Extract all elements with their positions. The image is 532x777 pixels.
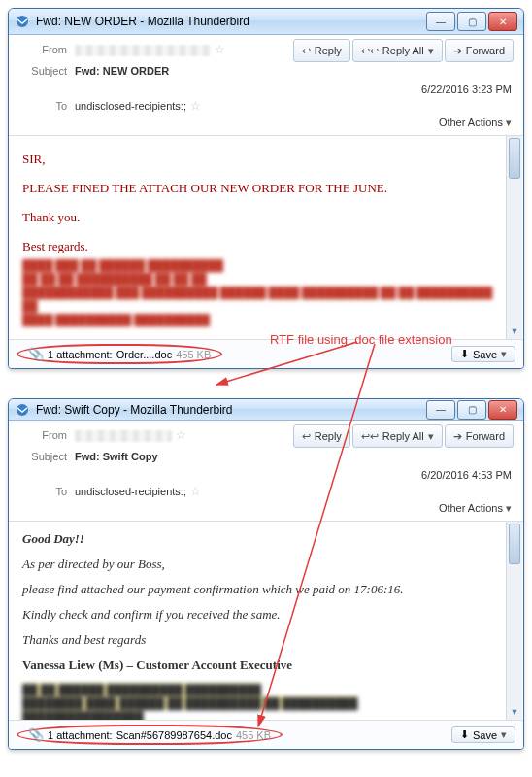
reply-icon: ↩ [302,45,311,57]
reply-button[interactable]: ↩Reply [293,39,350,62]
save-attachment-button[interactable]: ⬇ Save ▾ [451,346,515,362]
body-line: PLEASE FINED THE ATTACH OUR NEW ORDER FO… [22,181,510,196]
save-attachment-button[interactable]: ⬇ Save ▾ [451,726,515,743]
other-actions-menu[interactable]: Other Actions ▾ [18,117,514,129]
attachment-highlight: 📎 1 attachment: Order....doc 455 KB [17,344,222,364]
attachment-bar: 📎 1 attachment: Scan#56789987654.doc 455… [9,720,523,749]
maximize-button[interactable]: ▢ [457,400,486,420]
chevron-down-icon: ▾ [428,45,434,57]
from-label: From [18,44,75,55]
svg-point-3 [17,404,28,416]
body-line: Kindly check and confirm if you received… [22,607,510,623]
app-icon [15,402,30,418]
subject-value: Fwd: NEW ORDER [75,65,514,77]
message-date: 6/20/2016 4:53 PM [18,469,514,481]
attachment-filename[interactable]: Order....doc [116,349,172,360]
forward-button[interactable]: ➔Forward [445,39,514,62]
from-label: From [18,429,75,441]
reply-all-icon: ↩↩ [361,45,379,57]
redacted-signature: ██ ██ ██████ ██████████ ██████████ █████… [22,683,510,720]
star-icon[interactable]: ☆ [190,485,201,498]
to-label: To [18,100,75,112]
forward-button[interactable]: ➔Forward [445,424,514,448]
chevron-down-icon: ▾ [506,502,512,514]
svg-point-0 [17,16,28,27]
forward-icon: ➔ [453,45,462,57]
titlebar[interactable]: Fwd: NEW ORDER - Mozilla Thunderbird — ▢… [9,9,523,35]
to-label: To [18,486,75,497]
attachment-count: 1 attachment: [48,729,113,741]
email-window-1: Fwd: NEW ORDER - Mozilla Thunderbird — ▢… [8,8,524,369]
email-window-2: Fwd: Swift Copy - Mozilla Thunderbird — … [8,398,524,750]
attachment-size: 455 KB [176,349,211,360]
attachment-size: 455 KB [236,729,271,741]
chevron-down-icon: ▾ [501,728,507,741]
chevron-down-icon: ▾ [501,348,507,360]
minimize-button[interactable]: — [426,400,455,420]
body-line: As per directed by our Boss, [22,557,510,572]
reply-all-icon: ↩↩ [361,430,379,443]
reply-all-button[interactable]: ↩↩Reply All▾ [352,424,443,448]
redacted-signature: ████ ███ ██ ██████ ██████████ ██ ██ ██ █… [22,258,510,326]
attachment-count: 1 attachment: [48,349,113,360]
message-header: ↩Reply ↩↩Reply All▾ ➔Forward From ☆ Subj… [9,421,523,522]
subject-value: Fwd: Swift Copy [75,451,514,462]
message-body: ▲ ▼ Good Day!! As per directed by our Bo… [9,522,523,720]
reply-icon: ↩ [302,430,311,443]
body-line: Best regards. [22,239,510,254]
subject-label: Subject [18,65,75,77]
message-body: ▲ ▼ SIR, PLEASE FINED THE ATTACH OUR NEW… [9,136,523,339]
message-date: 6/22/2016 3:23 PM [18,84,514,95]
close-button[interactable]: ✕ [488,12,517,31]
maximize-button[interactable]: ▢ [457,12,486,31]
chevron-down-icon: ▾ [506,117,512,128]
reply-all-button[interactable]: ↩↩Reply All▾ [352,39,443,62]
star-icon[interactable]: ☆ [176,428,186,442]
subject-label: Subject [18,451,75,462]
window-title: Fwd: Swift Copy - Mozilla Thunderbird [36,403,426,417]
star-icon[interactable]: ☆ [190,99,201,113]
other-actions-menu[interactable]: Other Actions ▾ [18,502,514,515]
to-value: undisclosed-recipients:;☆ [75,485,514,498]
attachment-highlight: 📎 1 attachment: Scan#56789987654.doc 455… [17,725,283,745]
body-line: please find attached our payment confirm… [22,582,510,597]
signature-name: Vanessa Liew (Ms) – Customer Account Exe… [22,658,510,673]
attachment-filename[interactable]: Scan#56789987654.doc [116,729,232,741]
download-icon: ⬇ [460,348,469,360]
titlebar[interactable]: Fwd: Swift Copy - Mozilla Thunderbird — … [9,399,523,421]
window-title: Fwd: NEW ORDER - Mozilla Thunderbird [36,15,426,28]
paperclip-icon: 📎 [28,727,44,742]
download-icon: ⬇ [460,728,469,741]
star-icon[interactable]: ☆ [215,43,225,56]
body-line: SIR, [22,152,510,167]
scroll-thumb[interactable] [509,138,520,179]
to-value: undisclosed-recipients:;☆ [75,99,514,113]
close-button[interactable]: ✕ [488,400,517,420]
annotation-text: RTF file using .doc file extension [270,332,452,347]
scroll-thumb[interactable] [509,524,520,564]
chevron-down-icon: ▾ [428,430,434,443]
minimize-button[interactable]: — [426,12,455,31]
body-line: Thanks and best regards [22,632,510,648]
body-line: Thank you. [22,210,510,225]
message-header: ↩Reply ↩↩Reply All▾ ➔Forward From ☆ Subj… [9,35,523,136]
body-line: Good Day!! [22,531,510,547]
forward-icon: ➔ [453,430,462,443]
paperclip-icon: 📎 [28,347,44,361]
app-icon [15,14,30,29]
reply-button[interactable]: ↩Reply [293,424,350,448]
